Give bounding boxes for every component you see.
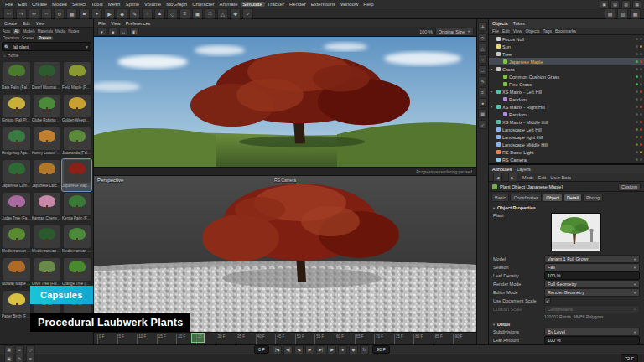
menu-item[interactable]: Render xyxy=(287,2,309,7)
subdivisions-dropdown[interactable]: By Level▼ xyxy=(544,328,640,336)
mode-icon[interactable]: □ xyxy=(478,65,487,75)
mode-menu[interactable]: Mode xyxy=(522,175,534,180)
asset-filter-tab[interactable]: Media xyxy=(55,29,65,34)
status-icon[interactable]: ≡ xyxy=(26,354,35,362)
tool-icon[interactable]: ↷ xyxy=(16,8,27,19)
asset-section-tab[interactable]: Operators xyxy=(3,36,19,40)
tool-icon[interactable]: ◆ xyxy=(117,8,127,19)
object-manager-tab[interactable]: Takes xyxy=(513,21,525,26)
attribute-section-tab[interactable]: Detail xyxy=(564,194,582,202)
object-row[interactable]: Common Cushion Grass xyxy=(489,73,644,80)
object-name[interactable]: Common Cushion Grass xyxy=(509,75,632,80)
menu-item[interactable]: Character xyxy=(190,2,216,7)
object-state-dots[interactable] xyxy=(634,75,642,78)
menu-item[interactable]: Modes xyxy=(49,2,70,7)
tool-icon[interactable]: □ xyxy=(205,8,216,19)
object-manager-menu-item[interactable]: Edit xyxy=(502,28,510,34)
asset-item[interactable]: Norway Maple (Fall Plant) xyxy=(2,257,31,289)
mode-icon[interactable]: ≡ xyxy=(478,87,487,96)
attribute-section-tab[interactable]: Basic xyxy=(491,194,509,202)
object-name[interactable]: Tree xyxy=(502,52,632,57)
object-row[interactable]: Random xyxy=(489,111,644,118)
attribute-tab[interactable]: Layers xyxy=(517,167,531,172)
object-row[interactable]: Sun xyxy=(489,43,644,50)
asset-item[interactable]: Mediterranean Poplar (Fall Plant) xyxy=(2,225,31,256)
timeline-tool-icon[interactable]: ▦ xyxy=(4,345,13,354)
model-dropdown[interactable]: Variant 1 Full Grown▼ xyxy=(544,255,640,263)
object-state-dots[interactable] xyxy=(634,83,642,85)
leaf-density-field[interactable]: 100 % xyxy=(544,272,640,280)
tool-icon[interactable]: ↶ xyxy=(3,8,14,19)
asset-item[interactable]: Paper Birch (Fall Plant) xyxy=(2,290,31,322)
object-name[interactable]: RS Dome Light xyxy=(502,150,632,155)
menu-item[interactable]: Spline xyxy=(122,2,142,7)
layout-icon[interactable]: ▥ xyxy=(621,0,631,9)
object-name[interactable]: Sun xyxy=(502,44,632,49)
object-state-dots[interactable] xyxy=(634,128,642,131)
mode-icon[interactable]: △ xyxy=(478,44,487,53)
timeline-playhead[interactable] xyxy=(191,333,205,343)
asset-item[interactable]: Judas Tree (Fall Plant) xyxy=(2,192,31,224)
tool-icon[interactable]: ■ xyxy=(79,8,90,19)
asset-menu-item[interactable]: View xyxy=(35,21,46,26)
asset-item[interactable]: Mediterranean Cypress (Fall Plant) xyxy=(32,225,61,256)
asset-filter-tab[interactable]: Models xyxy=(23,29,35,34)
userdata-menu[interactable]: User Data xyxy=(550,175,571,180)
object-row[interactable]: ▾ Tree xyxy=(489,50,644,58)
asset-item[interactable]: Japanese Maple (Fall Plant) xyxy=(62,159,91,191)
timeline-tool-icon[interactable]: ≡ xyxy=(15,345,24,354)
object-state-dots[interactable] xyxy=(634,38,642,40)
object-row[interactable]: Landscape Middle Hill xyxy=(489,141,644,148)
record-button[interactable]: ◆ xyxy=(349,345,358,354)
tool-icon[interactable]: ● xyxy=(91,8,102,19)
size-mode-dropdown[interactable]: Original Size ▼ xyxy=(435,28,474,36)
asset-item[interactable]: Golden Weeping Willow (Fall Plant) xyxy=(62,94,91,126)
object-row[interactable]: ▾ XS Matrix - Left Hill xyxy=(489,88,644,96)
transport-button[interactable]: ▶ xyxy=(305,345,314,354)
object-name[interactable]: XS Matrix - Left Hill xyxy=(502,90,632,95)
plant-preview-thumbnail[interactable] xyxy=(551,213,601,251)
object-state-dots[interactable] xyxy=(634,151,642,153)
mode-icon[interactable]: ▦ xyxy=(478,109,487,118)
menu-item[interactable]: Animate xyxy=(216,2,240,7)
object-name[interactable]: Random xyxy=(509,97,632,102)
asset-item[interactable]: Date Palm (Fall Plant) xyxy=(2,61,31,93)
render-mode-dropdown[interactable]: Full Geometry▼ xyxy=(544,280,640,288)
menu-item[interactable]: Tools xyxy=(89,2,106,7)
tool-icon[interactable]: ▲ xyxy=(154,8,165,19)
tool-icon[interactable]: ↔ xyxy=(41,8,52,19)
record-button[interactable]: ● xyxy=(338,345,347,354)
asset-filter-tab[interactable]: All xyxy=(13,29,20,34)
asset-item[interactable]: Globe Robinia (Fall Plant) xyxy=(32,94,61,126)
render-tool-icon[interactable]: ◧ xyxy=(130,27,139,36)
object-row[interactable]: Random xyxy=(489,96,644,103)
tool-icon[interactable]: ✎ xyxy=(129,8,140,19)
use-document-scale-checkbox[interactable]: ✓ xyxy=(544,297,551,304)
tool-icon[interactable]: ▣ xyxy=(192,8,203,19)
mode-icon[interactable]: ✎ xyxy=(478,76,487,85)
tool-icon[interactable]: △ xyxy=(217,8,228,19)
render-view-menu-item[interactable]: File xyxy=(98,21,106,26)
asset-item[interactable]: Field Maple (Fall Plant) xyxy=(62,61,91,93)
object-manager-menu-item[interactable]: View xyxy=(513,28,522,34)
object-name[interactable]: Japanese Maple xyxy=(509,59,632,65)
object-name[interactable]: XS Matrix - Middle Hill xyxy=(502,120,632,125)
tool-icon[interactable]: ↻ xyxy=(54,8,65,19)
attribute-tab[interactable]: Attributes xyxy=(492,167,512,172)
render-tool-icon[interactable]: ▾ xyxy=(97,27,106,36)
asset-item[interactable]: Mediterranean Fan Palm (Fall Plant) xyxy=(62,225,91,256)
asset-section-tab[interactable]: Presets xyxy=(37,36,53,40)
editor-mode-dropdown[interactable]: Render Geometry▼ xyxy=(544,288,640,297)
menu-item[interactable]: Help xyxy=(361,2,376,7)
object-state-dots[interactable] xyxy=(634,45,642,48)
asset-item[interactable]: Honey Locust 'Sunburst' (Fall Plant) xyxy=(32,127,61,158)
tool-icon[interactable]: ▶ xyxy=(104,8,115,19)
object-name[interactable]: Fine Grass xyxy=(509,82,632,87)
menu-item[interactable]: Select xyxy=(70,2,89,7)
object-row[interactable]: ▾ Grass xyxy=(489,65,644,73)
transport-button[interactable]: ▶| xyxy=(316,345,325,354)
object-name[interactable]: Landscape Left Hill xyxy=(502,127,632,132)
asset-filter-tab[interactable]: Auto xyxy=(3,29,10,34)
object-manager-menu-item[interactable]: Tags xyxy=(543,28,552,34)
asset-item[interactable]: Jacaranda (Fall Plant) xyxy=(62,127,91,158)
